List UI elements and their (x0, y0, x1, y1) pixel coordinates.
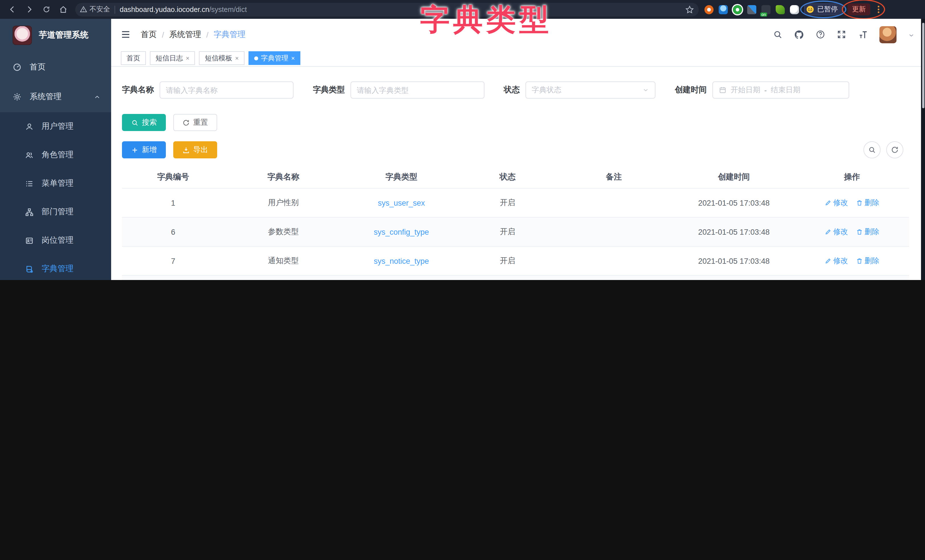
dict-type-link[interactable]: sys_user_sex (378, 199, 425, 207)
pen-icon (825, 199, 832, 206)
date-start-placeholder: 开始日期 (731, 85, 760, 95)
table-row: 6参数类型 sys_config_type 开启 2021-01-05 17:0… (122, 217, 909, 246)
address-bar[interactable]: 不安全 dashboard.yudao.iocoder.cn/system/di… (75, 3, 699, 16)
scrollbar-track[interactable] (921, 19, 925, 280)
sidebar-item-dict-management[interactable]: 字典管理 (0, 254, 111, 280)
status-label: 状态 (504, 85, 520, 95)
user-icon (25, 122, 34, 131)
avatar[interactable] (880, 26, 896, 43)
extension-row: on 已暂停 更新 (704, 3, 880, 15)
extension-icon-gem[interactable] (719, 5, 728, 14)
tab-dict-management[interactable]: 字典管理× (249, 51, 301, 65)
table-header-row: 字典编号 字典名称 字典类型 状态 备注 创建时间 操作 (122, 166, 909, 188)
table-tools (863, 141, 903, 158)
sidebar-item-menu-management[interactable]: 菜单管理 (0, 169, 111, 198)
extension-icon-paw[interactable] (790, 5, 799, 14)
reset-button[interactable]: 重置 (173, 114, 217, 131)
status-text: 开启 (461, 275, 555, 280)
export-button[interactable]: 导出 (173, 141, 217, 158)
breadcrumb-section[interactable]: 系统管理 (169, 29, 201, 39)
col-action: 操作 (795, 166, 909, 188)
help-icon[interactable] (816, 29, 825, 39)
bookmark-star-icon[interactable] (685, 5, 694, 15)
dict-type-input[interactable] (351, 81, 484, 99)
sidebar-item-home[interactable]: 首页 (0, 53, 111, 81)
tab-sms-template[interactable]: 短信模板× (199, 51, 244, 65)
toggle-search-button[interactable] (863, 141, 881, 158)
trash-icon (856, 199, 863, 206)
plus-icon (131, 146, 139, 154)
edit-link[interactable]: 修改 (825, 227, 848, 237)
delete-link[interactable]: 删除 (856, 227, 880, 237)
browser-forward-button[interactable] (21, 3, 38, 16)
refresh-icon (182, 119, 190, 126)
col-status: 状态 (461, 166, 555, 188)
add-button[interactable]: 新增 (122, 141, 166, 158)
breadcrumb: 首页 / 系统管理 / 字典管理 (141, 29, 246, 39)
font-size-icon[interactable] (858, 29, 868, 40)
extension-icon-on-badge[interactable]: on (761, 5, 771, 14)
omnibox-divider (114, 5, 115, 14)
system-management-submenu: 用户管理 角色管理 菜单管理 部门管理 (0, 112, 111, 280)
chevron-down-icon (642, 87, 649, 93)
tab-sms-log[interactable]: 短信日志× (150, 51, 195, 65)
delete-link[interactable]: 删除 (856, 256, 880, 266)
browser-reload-button[interactable] (38, 3, 55, 16)
github-icon[interactable] (794, 29, 804, 40)
date-separator: - (764, 86, 767, 94)
sidebar-item-dept-management[interactable]: 部门管理 (0, 198, 111, 226)
insecure-label: 不安全 (89, 5, 110, 14)
status-select[interactable]: 字典状态 (526, 81, 655, 99)
user-menu-caret-icon[interactable] (908, 30, 915, 39)
close-icon[interactable]: × (186, 55, 190, 62)
update-badge[interactable]: 更新 (848, 3, 870, 15)
search-icon (868, 146, 876, 154)
refresh-table-button[interactable] (886, 141, 903, 158)
tab-home[interactable]: 首页 (121, 51, 146, 65)
status-text: 开启 (461, 246, 555, 275)
extension-icon-grid[interactable] (747, 5, 756, 14)
sidebar-item-system-management[interactable]: 系统管理 (0, 81, 111, 112)
paused-extension-badge[interactable]: 已暂停 (804, 3, 842, 15)
annotation-overlay-text: 字典类型 (420, 0, 552, 40)
col-dict-id: 字典编号 (122, 166, 224, 188)
create-time-label: 创建时间 (675, 85, 707, 95)
sidebar: 芋道管理系统 首页 系统管理 用户管理 (0, 19, 111, 280)
date-range-picker[interactable]: 开始日期 - 结束日期 (713, 81, 849, 99)
col-dict-name: 字典名称 (224, 166, 342, 188)
col-dict-type: 字典类型 (342, 166, 460, 188)
date-end-placeholder: 结束日期 (771, 85, 800, 95)
extension-icon-leaf[interactable] (776, 5, 785, 14)
gear-icon (12, 92, 22, 101)
dict-type-link[interactable]: sys_notice_type (374, 257, 429, 265)
id-badge-icon (25, 236, 34, 245)
extension-icon-green-circle[interactable] (733, 5, 742, 14)
search-button[interactable]: 搜索 (122, 114, 166, 131)
browser-home-button[interactable] (55, 3, 72, 16)
fullscreen-icon[interactable] (837, 29, 846, 39)
refresh-icon (891, 146, 899, 154)
scrollbar-thumb[interactable] (922, 23, 924, 108)
delete-link[interactable]: 删除 (856, 198, 880, 208)
url-host: dashboard.yudao.iocoder.cn (120, 5, 209, 14)
dict-type-link[interactable]: sys_config_type (374, 227, 429, 236)
insecure-warning-icon (80, 6, 87, 13)
close-icon[interactable]: × (235, 55, 239, 62)
breadcrumb-home[interactable]: 首页 (141, 29, 157, 39)
screen: 不安全 dashboard.yudao.iocoder.cn/system/di… (0, 0, 925, 280)
browser-back-button[interactable] (3, 3, 21, 16)
hamburger-icon (121, 30, 131, 39)
sidebar-item-user-management[interactable]: 用户管理 (0, 112, 111, 141)
col-remark: 备注 (555, 166, 673, 188)
extension-icon-orange[interactable] (704, 5, 714, 14)
sidebar-collapse-button[interactable] (121, 29, 131, 39)
edit-link[interactable]: 修改 (825, 256, 848, 266)
search-icon[interactable] (773, 29, 782, 39)
sidebar-item-post-management[interactable]: 岗位管理 (0, 226, 111, 254)
dict-name-input[interactable] (160, 81, 294, 99)
app-logo-row[interactable]: 芋道管理系统 (0, 19, 111, 51)
dashboard-icon (12, 63, 22, 72)
sidebar-item-role-management[interactable]: 角色管理 (0, 141, 111, 169)
close-icon[interactable]: × (291, 55, 295, 62)
edit-link[interactable]: 修改 (825, 198, 848, 208)
